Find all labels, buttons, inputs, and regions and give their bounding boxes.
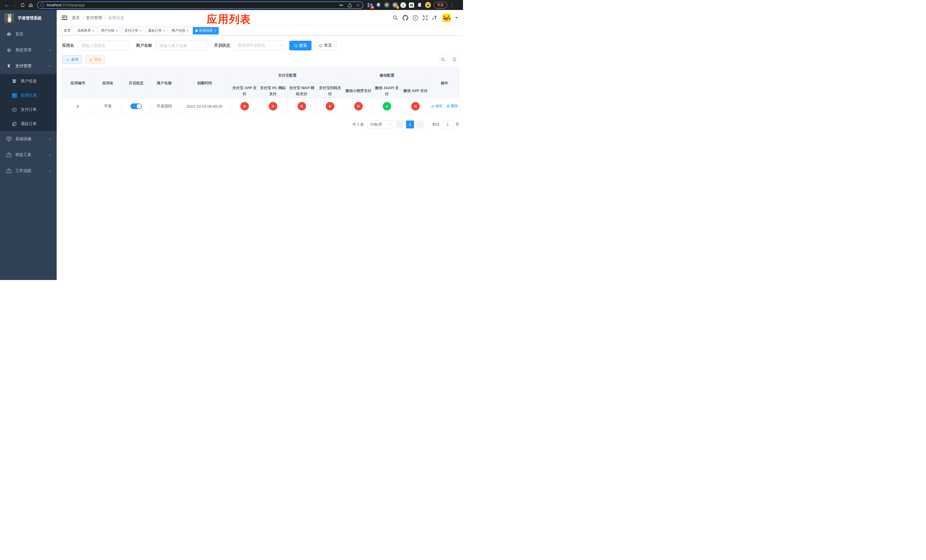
chevron-up-icon [48, 65, 51, 68]
browser-reload-button[interactable] [19, 1, 27, 9]
url-bar[interactable]: i localhost:1024/pay/app ☆ [37, 2, 363, 9]
chrome-update-button[interactable]: 更新 [434, 2, 447, 9]
wx-jsapi-status-icon: ✓ [383, 102, 391, 110]
extension-vue-devtools-icon[interactable]: y [400, 2, 406, 8]
add-button[interactable]: ＋ 新增 [62, 55, 82, 64]
sidebar-item-payment[interactable]: ¥ 支付管理 [0, 58, 57, 74]
close-icon[interactable]: × [139, 29, 142, 33]
cell-merchant: 芋道源码 [150, 98, 179, 114]
app-name-input[interactable] [78, 41, 130, 50]
toggle-search-button[interactable] [439, 55, 447, 64]
search-icon [441, 58, 445, 62]
chevron-down-icon [280, 44, 283, 47]
close-icon[interactable]: × [187, 29, 189, 33]
next-page-button[interactable]: › [416, 121, 424, 129]
tab-app-info[interactable]: 应用信息× [193, 27, 219, 35]
close-icon[interactable]: × [163, 29, 165, 33]
col-header-operations: 操作 [430, 68, 459, 98]
extension-recorder-icon[interactable]: 1 [392, 2, 398, 8]
col-header-created: 创建时间 [179, 68, 231, 98]
font-size-icon[interactable]: TT [432, 15, 437, 21]
close-icon[interactable]: × [92, 29, 94, 33]
col-header-alipay-qr: 支付宝扫码支付 [316, 83, 344, 98]
sidebar-item-label: 系统管理 [15, 48, 31, 53]
extension-balloon-icon[interactable] [375, 2, 381, 8]
goto-page-input[interactable] [442, 121, 453, 129]
site-info-icon[interactable]: i [41, 3, 44, 7]
delete-link[interactable]: 删除 [446, 104, 458, 109]
col-group-alipay: 支付宝配置 [231, 68, 344, 83]
sidebar-item-home[interactable]: 首页 [0, 26, 57, 42]
chevron-down-icon [49, 153, 52, 156]
sidebar-item-infrastructure[interactable]: 基础设施 [0, 131, 57, 147]
sidebar-item-system[interactable]: 系统管理 [0, 42, 57, 58]
edit-link[interactable]: 修改 [431, 104, 442, 109]
header-search-icon[interactable] [393, 15, 398, 21]
github-icon[interactable] [402, 15, 409, 21]
fullscreen-icon[interactable] [422, 15, 428, 21]
breadcrumb-section[interactable]: 支付管理 [86, 15, 102, 21]
tab-merchant-info[interactable]: 商户信息× [169, 27, 191, 35]
merchant-name-input[interactable] [156, 41, 207, 50]
sidebar-item-label: 商户信息 [21, 79, 37, 84]
tab-process-form[interactable]: 流程表单× [75, 27, 97, 35]
close-icon[interactable]: × [116, 29, 118, 33]
browser-back-button[interactable]: ← [3, 1, 11, 9]
sidebar-item-workflow[interactable]: 工作流程 [0, 163, 57, 179]
table-row: 6 芋道 芋道源码 2021-10-23 08:49:25 ✕ ✕ ✕ ✕ ✕ … [62, 98, 459, 114]
bookmark-star-icon[interactable]: ☆ [356, 2, 360, 8]
browser-home-button[interactable] [27, 1, 35, 9]
prev-page-button[interactable]: ‹ [396, 121, 404, 129]
extension-badge: 1 [396, 6, 399, 9]
extension-badge: 10 [371, 6, 374, 9]
alipay-pc-status-icon: ✕ [269, 102, 277, 110]
browser-forward-button[interactable]: → [11, 1, 19, 9]
briefcase-icon [6, 169, 11, 173]
page-size-select[interactable]: 10条/页 [367, 121, 393, 129]
sidebar-collapse-icon[interactable] [62, 15, 67, 20]
cell-app-name: 芋道 [94, 98, 122, 114]
avatar-caret-icon[interactable] [455, 17, 458, 20]
password-key-icon[interactable] [339, 3, 344, 8]
extension-command-icon[interactable]: ⌘ [384, 2, 390, 8]
search-button[interactable]: 搜索 [289, 41, 312, 50]
breadcrumb-separator: / [82, 16, 83, 20]
extension-grid-diamond-icon[interactable]: 10 [367, 2, 373, 8]
chrome-menu-icon[interactable]: ⋮ [449, 3, 454, 8]
tab-user-group[interactable]: 用户分组× [98, 27, 121, 35]
plus-icon: ＋ [66, 58, 70, 62]
sidebar-logo[interactable]: 芋道管理系统 [0, 10, 57, 26]
breadcrumb-home[interactable]: 首页 [72, 15, 80, 21]
extension-chat-icon[interactable] [409, 2, 414, 8]
sidebar-item-refund-order[interactable]: 退款订单 [0, 117, 57, 131]
help-icon[interactable]: ? [413, 15, 418, 21]
tab-refund-order[interactable]: 退款订单× [145, 27, 168, 35]
trash-icon [446, 104, 450, 108]
payment-submenu: 商户信息 应用信息 ¥ 支付订单 退款订单 [0, 74, 57, 131]
reset-button[interactable]: 重置 [314, 41, 337, 50]
goto-page-suffix: 页 [455, 122, 459, 127]
user-avatar[interactable] [442, 14, 451, 22]
col-group-wechat: 微信配置 [344, 68, 430, 83]
tab-home[interactable]: 首页 [61, 27, 73, 35]
coin-yuan-icon: ¥ [12, 107, 17, 112]
export-button[interactable]: 导出 [85, 55, 105, 64]
sidebar-item-merchant-info[interactable]: 商户信息 [0, 74, 57, 88]
close-icon[interactable]: × [214, 29, 216, 33]
alipay-wap-status-icon: ✕ [298, 102, 306, 110]
pagination: 共 1 条 10条/页 ‹ 1 › 前往 页 [62, 121, 459, 129]
col-header-app-name: 应用名 [94, 68, 122, 98]
home-icon [29, 3, 33, 8]
status-select[interactable]: 请选择开启状态 [234, 41, 286, 50]
share-icon[interactable] [348, 3, 352, 8]
app-table: 应用编号 应用名 开启状态 商户名称 创建时间 支付宝配置 微信配置 操作 支付… [62, 68, 459, 114]
profile-avatar[interactable] [425, 2, 431, 8]
page-number-1[interactable]: 1 [406, 121, 414, 129]
extensions-puzzle-icon[interactable] [417, 2, 422, 8]
sidebar-item-pay-order[interactable]: ¥ 支付订单 [0, 103, 57, 117]
status-toggle[interactable] [130, 103, 142, 109]
sidebar-item-app-info[interactable]: 应用信息 [0, 88, 57, 103]
tab-pay-order[interactable]: 支付订单× [122, 27, 144, 35]
refresh-table-button[interactable] [450, 55, 459, 64]
sidebar-item-dev-tools[interactable]: 研发工具 [0, 147, 57, 163]
